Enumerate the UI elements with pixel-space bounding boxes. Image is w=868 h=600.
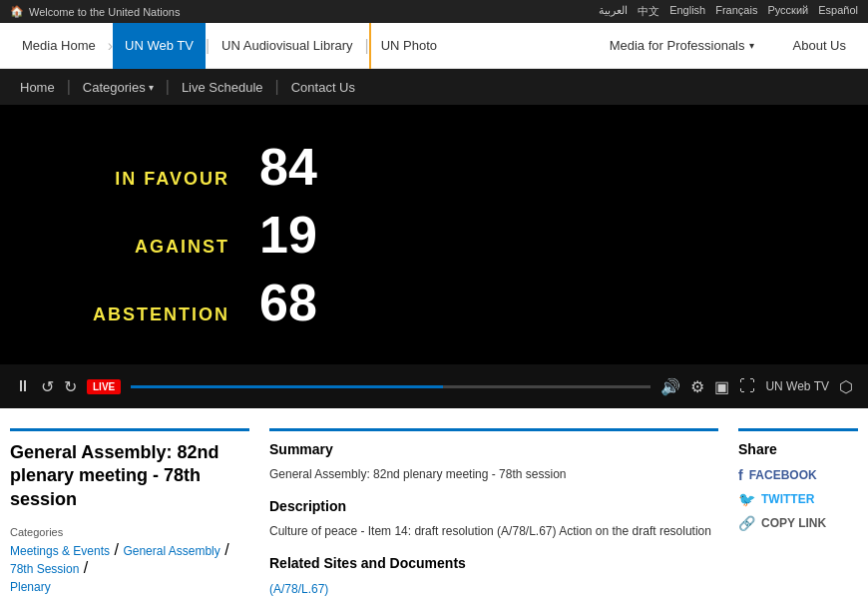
live-badge: LIVE [87,379,121,394]
lang-en[interactable]: English [669,4,705,19]
facebook-icon: f [738,467,743,483]
controls-right: 🔊 ⚙ ▣ ⛶ UN Web TV ⬡ [660,377,853,396]
main-nav: Media Home › UN Web TV | UN Audiovisual … [0,23,868,69]
sub-nav: Home | Categories ▾ | Live Schedule | Co… [0,69,868,105]
summary-title: Summary [269,441,718,457]
main-nav-right: Media for Professionals ▾ About Us [598,23,858,69]
twitter-icon: 🐦 [738,491,755,507]
fullscreen-button[interactable]: ⛶ [739,377,755,395]
copy-link-label: COPY LINK [761,516,826,530]
share-icon[interactable]: ⬡ [839,377,853,396]
facebook-label: FACEBOOK [749,468,817,482]
lang-zh[interactable]: 中文 [638,4,659,19]
top-bar-home-label: Welcome to the United Nations [29,6,180,18]
subnav-sep-1: | [65,78,73,96]
subnav-sep-2: | [164,78,172,96]
progress-fill [131,385,443,388]
nav-media-home[interactable]: Media Home [10,23,108,69]
nav-media-professionals[interactable]: Media for Professionals ▾ [598,23,766,69]
against-value: 19 [259,205,317,265]
twitter-label: TWITTER [761,492,814,506]
lang-ru[interactable]: Русский [767,4,808,19]
vote-against: AGAINST 19 [40,205,828,265]
facebook-share-button[interactable]: f FACEBOOK [738,467,858,483]
top-bar: 🏠 Welcome to the United Nations العربية … [0,0,868,23]
description-title: Description [269,498,718,514]
main-nav-left: Media Home › UN Web TV | UN Audiovisual … [10,23,449,69]
home-icon: 🏠 [10,5,24,18]
rewind-button[interactable]: ↺ [41,377,54,396]
content-area: General Assembly: 82nd plenary meeting -… [0,408,868,600]
subnav-contact-us[interactable]: Contact Us [281,69,365,105]
category-general-assembly[interactable]: General Assembly [123,544,219,558]
category-meetings-events[interactable]: Meetings & Events [10,544,110,558]
controls-left: ⏸ ↺ ↻ LIVE [15,377,121,396]
nav-about-us[interactable]: About Us [781,23,858,69]
subnav-home[interactable]: Home [10,69,65,105]
subnav-live-schedule[interactable]: Live Schedule [172,69,273,105]
related-title: Related Sites and Documents [269,555,718,571]
subnav-categories[interactable]: Categories ▾ [73,69,164,105]
share-title: Share [738,441,858,457]
chevron-down-icon: ▾ [149,82,154,93]
abstention-value: 68 [259,273,317,332]
forward-button[interactable]: ↻ [64,377,77,396]
summary-text: General Assembly: 82nd plenary meeting -… [269,465,718,483]
video-area: IN FAVOUR 84 AGAINST 19 ABSTENTION 68 [0,105,868,364]
un-web-tv-label: UN Web TV [765,379,829,393]
link-icon: 🔗 [738,515,755,531]
vote-in-favour: IN FAVOUR 84 [40,137,828,197]
top-bar-home[interactable]: 🏠 Welcome to the United Nations [10,5,180,18]
chevron-down-icon: ▾ [749,40,754,51]
against-label: AGAINST [40,237,259,258]
related-link[interactable]: (A/78/L.67) [269,582,328,596]
content-right: Share f FACEBOOK 🐦 TWITTER 🔗 COPY LINK [738,428,858,600]
lang-ar[interactable]: العربية [599,4,628,19]
video-content: IN FAVOUR 84 AGAINST 19 ABSTENTION 68 [0,109,868,360]
settings-button[interactable]: ⚙ [690,377,704,396]
description-text: Culture of peace - Item 14: draft resolu… [269,522,718,540]
lang-es[interactable]: Español [818,4,858,19]
nav-audiovisual[interactable]: UN Audiovisual Library [210,23,365,69]
in-favour-value: 84 [259,137,317,197]
content-middle: Summary General Assembly: 82nd plenary m… [269,428,718,600]
nav-un-web-tv[interactable]: UN Web TV [113,23,206,69]
content-left: General Assembly: 82nd plenary meeting -… [10,428,249,600]
video-controls: ⏸ ↺ ↻ LIVE 🔊 ⚙ ▣ ⛶ UN Web TV ⬡ [0,364,868,408]
copy-link-button[interactable]: 🔗 COPY LINK [738,515,858,531]
pip-button[interactable]: ▣ [714,377,729,396]
in-favour-label: IN FAVOUR [40,169,259,190]
category-78th-session[interactable]: 78th Session [10,562,79,576]
categories-label: Categories [10,526,249,538]
lang-fr[interactable]: Français [715,4,757,19]
vote-abstention: ABSTENTION 68 [40,273,828,332]
event-title: General Assembly: 82nd plenary meeting -… [10,428,249,511]
volume-button[interactable]: 🔊 [660,377,680,396]
category-plenary[interactable]: Plenary [10,580,51,594]
categories-list: Meetings & Events / General Assembly / 7… [10,541,249,595]
abstention-label: ABSTENTION [40,304,259,325]
pause-button[interactable]: ⏸ [15,377,31,395]
nav-un-photo[interactable]: UN Photo [369,23,449,69]
progress-bar[interactable] [131,385,651,388]
twitter-share-button[interactable]: 🐦 TWITTER [738,491,858,507]
top-bar-languages: العربية 中文 English Français Русский Espa… [599,4,858,19]
subnav-sep-3: | [273,78,281,96]
